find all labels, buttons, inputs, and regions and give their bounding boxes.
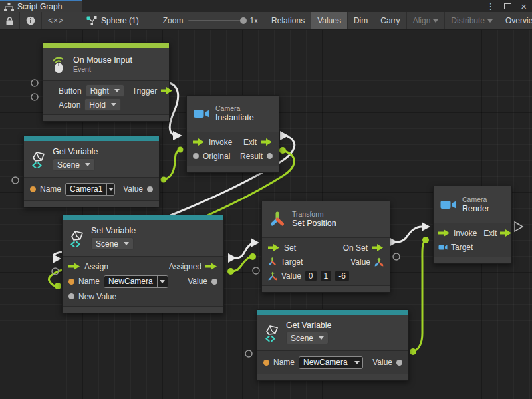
field-dropdown-button[interactable] bbox=[352, 357, 362, 368]
value-output-port[interactable] bbox=[147, 186, 153, 192]
name-input-port[interactable] bbox=[263, 360, 269, 366]
flow-output-port[interactable] bbox=[500, 229, 512, 237]
chevron-down-icon bbox=[85, 163, 90, 166]
camera-input-port-icon[interactable] bbox=[438, 244, 448, 251]
port-label-assign: Assign bbox=[84, 262, 108, 271]
chevron-down-icon bbox=[354, 361, 360, 364]
node-camera-render[interactable]: Camera Render Invoke Exit Target bbox=[433, 186, 512, 264]
wire-getvar2-to-target[interactable] bbox=[410, 237, 429, 355]
node-title: Set Variable bbox=[91, 226, 136, 236]
vector-x-field[interactable]: 0 bbox=[305, 271, 317, 281]
flow-input-port[interactable] bbox=[268, 244, 280, 251]
distribute-button[interactable]: Distribute bbox=[445, 12, 499, 29]
unity-visual-scripting-window: Script Graph ⋮ × <×> Sphere (1) Zoom 1x … bbox=[0, 0, 532, 399]
flow-output-port[interactable] bbox=[261, 138, 273, 146]
node-get-variable-newcamera[interactable]: Get Variable Scene Name NewCamera Value bbox=[257, 309, 409, 381]
variable-name-field[interactable]: NewCamera bbox=[104, 275, 168, 288]
port-label-name: Name bbox=[273, 358, 295, 367]
flow-input-port[interactable] bbox=[193, 138, 205, 146]
tab-script-graph[interactable]: Script Graph bbox=[0, 0, 82, 12]
node-on-mouse-input[interactable]: On Mouse Input Event Button Right Trigge… bbox=[43, 42, 170, 122]
zoom-slider[interactable] bbox=[188, 20, 244, 21]
node-category: Camera bbox=[462, 196, 489, 204]
node-title: Get Variable bbox=[53, 147, 98, 157]
flow-input-port[interactable] bbox=[438, 229, 450, 237]
scope-dropdown[interactable]: Scene bbox=[286, 332, 329, 344]
port-label-action: Action bbox=[59, 100, 80, 110]
port-label-exit: Exit bbox=[483, 229, 497, 238]
port-label-trigger: Trigger bbox=[132, 86, 158, 96]
node-subtitle: Event bbox=[73, 65, 132, 74]
graph-canvas[interactable]: On Mouse Input Event Button Right Trigge… bbox=[0, 30, 532, 399]
csharp-preview-button[interactable]: <×> bbox=[42, 12, 70, 29]
window-menu-icon[interactable]: ⋮ bbox=[486, 2, 495, 11]
node-transform-set-position[interactable]: Transform Set Position Set On Set Target… bbox=[261, 201, 390, 293]
flow-output-port[interactable] bbox=[372, 244, 384, 251]
field-dropdown-button[interactable] bbox=[106, 184, 114, 195]
overview-button[interactable]: Overview bbox=[499, 12, 532, 29]
name-input-port[interactable] bbox=[68, 279, 74, 285]
flow-output-port[interactable] bbox=[161, 87, 173, 94]
carry-button[interactable]: Carry bbox=[374, 12, 406, 29]
flow-input-port[interactable] bbox=[68, 263, 80, 270]
node-footer bbox=[187, 166, 279, 172]
relations-button[interactable]: Relations bbox=[265, 12, 311, 29]
node-get-variable-camera1[interactable]: Get Variable Scene Name Camera1 Value bbox=[23, 136, 160, 207]
port-label-value: Value bbox=[188, 277, 207, 286]
tab-title: Script Graph bbox=[17, 2, 62, 11]
vector3-input-port-icon[interactable] bbox=[268, 271, 277, 281]
field-dropdown-button[interactable] bbox=[157, 276, 168, 287]
graph-icon bbox=[4, 3, 14, 11]
port-label-original: Original bbox=[203, 152, 230, 161]
node-camera-instantiate[interactable]: Camera Instantiate Invoke Exit Original … bbox=[186, 95, 279, 173]
scope-dropdown[interactable]: Scene bbox=[53, 158, 95, 171]
port-label-invoke: Invoke bbox=[209, 138, 232, 147]
node-category: Camera bbox=[215, 104, 254, 113]
camera-icon bbox=[194, 108, 209, 120]
node-footer bbox=[262, 285, 390, 292]
flow-output-port[interactable] bbox=[205, 263, 217, 270]
port-label-name: Name bbox=[78, 277, 100, 286]
variable-name-field[interactable]: Camera1 bbox=[65, 183, 115, 196]
value-output-port[interactable] bbox=[267, 153, 273, 159]
vector-z-field[interactable]: -6 bbox=[335, 271, 349, 281]
port-label-name: Name bbox=[40, 184, 61, 194]
node-title: Set Position bbox=[292, 219, 336, 229]
close-icon[interactable]: × bbox=[521, 1, 527, 11]
port-label-target: Target bbox=[281, 257, 303, 267]
vector-y-field[interactable]: 1 bbox=[321, 271, 332, 281]
node-title: On Mouse Input bbox=[73, 55, 132, 65]
maximize-icon[interactable] bbox=[504, 3, 511, 9]
button-dropdown[interactable]: Right bbox=[86, 84, 124, 97]
port-label-value-out: Value bbox=[350, 257, 370, 267]
value-input-port[interactable] bbox=[193, 153, 199, 159]
variable-accent-bar bbox=[63, 215, 223, 220]
value-output-port[interactable] bbox=[211, 279, 217, 285]
node-set-variable[interactable]: Set Variable Scene Assign Assigned Name … bbox=[62, 215, 224, 313]
port-label-on-set: On Set bbox=[343, 243, 368, 253]
transform-input-port-icon[interactable] bbox=[268, 257, 277, 266]
scope-dropdown[interactable]: Scene bbox=[91, 237, 134, 250]
new-value-input-port[interactable] bbox=[68, 293, 74, 299]
align-button[interactable]: Align bbox=[407, 12, 446, 29]
vector3-output-port-icon[interactable] bbox=[374, 257, 384, 267]
variable-name-field[interactable]: NewCamera bbox=[299, 356, 363, 369]
value-output-port[interactable] bbox=[396, 360, 402, 366]
chevron-down-icon bbox=[160, 280, 165, 283]
wire-getvar1-to-original[interactable] bbox=[161, 147, 184, 183]
event-accent-bar bbox=[43, 43, 169, 48]
zoom-slider-handle[interactable] bbox=[240, 17, 247, 24]
dim-button[interactable]: Dim bbox=[348, 12, 374, 29]
values-button[interactable]: Values bbox=[311, 12, 348, 29]
name-input-port[interactable] bbox=[30, 186, 36, 192]
port-label-target: Target bbox=[451, 243, 473, 252]
chevron-down-icon bbox=[487, 19, 493, 23]
breadcrumb[interactable]: Sphere (1) bbox=[86, 12, 139, 29]
inspect-button[interactable] bbox=[20, 12, 42, 29]
breadcrumb-label: Sphere (1) bbox=[101, 16, 139, 25]
lock-button[interactable] bbox=[0, 12, 20, 29]
chevron-down-icon bbox=[114, 89, 120, 92]
node-footer bbox=[257, 374, 408, 380]
action-dropdown[interactable]: Hold bbox=[84, 98, 121, 111]
variable-accent-bar bbox=[257, 310, 408, 315]
